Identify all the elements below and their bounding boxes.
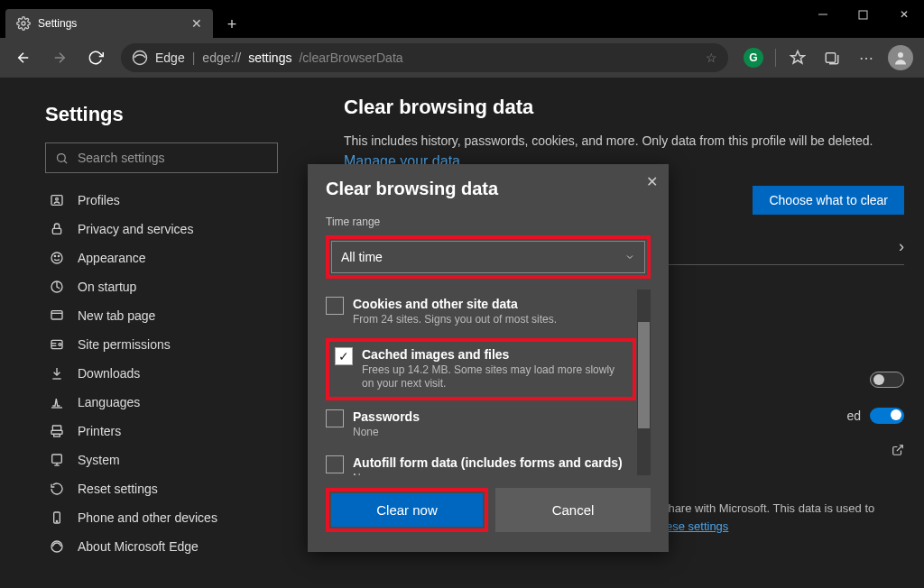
new-tab-button[interactable]: + xyxy=(218,11,245,38)
tab-settings[interactable]: Settings ✕ xyxy=(5,9,213,38)
sidebar-item-privacy-and-services[interactable]: Privacy and services xyxy=(45,215,279,243)
dialog-title: Clear browsing data xyxy=(326,179,651,199)
clear-item-sub: Frees up 14.2 MB. Some sites may load mo… xyxy=(362,363,627,391)
nav-label: New tab page xyxy=(78,308,155,323)
clear-now-highlight: Clear now xyxy=(326,488,488,532)
toolbar-divider xyxy=(775,49,776,67)
scrollbar[interactable] xyxy=(637,289,651,475)
minimize-button[interactable] xyxy=(802,0,843,29)
nav-label: On startup xyxy=(78,280,136,294)
settings-sidebar: Settings Search settings ProfilesPrivacy… xyxy=(0,78,311,588)
svg-point-5 xyxy=(898,52,903,58)
clear-item-3[interactable]: Autofill form data (includes forms and c… xyxy=(326,448,636,475)
refresh-button[interactable] xyxy=(79,41,112,74)
sidebar-item-system[interactable]: System xyxy=(45,446,279,474)
favorite-icon[interactable]: ☆ xyxy=(706,51,717,65)
address-bar[interactable]: Edge | edge://settings/clearBrowserData … xyxy=(121,43,728,72)
nav-icon xyxy=(49,481,65,497)
svg-point-16 xyxy=(59,344,61,346)
search-icon xyxy=(55,152,69,165)
scrollbar-thumb[interactable] xyxy=(638,322,650,428)
page-description: This includes history, passwords, cookie… xyxy=(344,133,904,148)
nav-icon xyxy=(49,538,65,555)
nav-icon xyxy=(49,279,65,295)
settings-heading: Settings xyxy=(45,103,279,126)
sidebar-item-printers[interactable]: Printers xyxy=(45,417,279,446)
gear-icon xyxy=(16,16,31,31)
clear-item-1[interactable]: ✓Cached images and filesFrees up 14.2 MB… xyxy=(326,338,636,400)
sidebar-item-on-startup[interactable]: On startup xyxy=(45,272,279,301)
sidebar-item-profiles[interactable]: Profiles xyxy=(45,186,279,215)
clear-item-sub: None xyxy=(353,426,420,440)
clear-item-2[interactable]: PasswordsNone xyxy=(326,402,636,449)
choose-what-to-clear-button[interactable]: Choose what to clear xyxy=(753,186,904,215)
time-range-select[interactable]: All time xyxy=(331,241,645,273)
svg-rect-4 xyxy=(826,53,836,63)
profile-avatar[interactable] xyxy=(884,41,917,74)
forward-button[interactable] xyxy=(43,41,76,74)
external-link-icon[interactable] xyxy=(892,444,904,456)
clear-browsing-data-dialog: ✕ Clear browsing data Time range All tim… xyxy=(308,164,669,552)
nav-label: Reset settings xyxy=(78,482,158,496)
address-label: Edge xyxy=(155,51,185,65)
clear-item-title: Passwords xyxy=(353,409,420,424)
svg-rect-2 xyxy=(859,11,867,19)
favorites-button[interactable] xyxy=(781,41,814,74)
nav-icon xyxy=(49,221,65,237)
chevron-right-icon: › xyxy=(899,237,904,256)
close-tab-button[interactable]: ✕ xyxy=(191,16,202,31)
clear-item-title: Autofill form data (includes forms and c… xyxy=(353,455,623,470)
sidebar-item-about-microsoft-edge[interactable]: About Microsoft Edge xyxy=(45,532,279,561)
nav-icon xyxy=(49,336,65,353)
svg-point-11 xyxy=(54,255,55,256)
titlebar xyxy=(0,0,924,7)
sidebar-item-appearance[interactable]: Appearance xyxy=(45,243,279,272)
close-dialog-button[interactable]: ✕ xyxy=(646,173,658,190)
sidebar-item-reset-settings[interactable]: Reset settings xyxy=(45,474,279,503)
clear-item-title: Cookies and other site data xyxy=(353,297,557,311)
menu-button[interactable]: ⋯ xyxy=(850,41,882,74)
svg-rect-19 xyxy=(54,434,60,436)
window-controls: ✕ xyxy=(802,0,924,29)
cancel-button[interactable]: Cancel xyxy=(495,488,651,532)
nav-icon xyxy=(49,308,65,324)
nav-label: Privacy and services xyxy=(78,222,193,236)
checkbox[interactable] xyxy=(326,297,344,315)
nav-label: Phone and other devices xyxy=(78,510,217,525)
sidebar-item-languages[interactable]: Languages xyxy=(45,388,279,417)
address-sep: | xyxy=(192,51,196,65)
url-path1: settings xyxy=(248,51,291,65)
nav-icon xyxy=(49,250,65,266)
checkbox[interactable]: ✓ xyxy=(335,347,353,365)
checkbox[interactable] xyxy=(326,455,344,473)
svg-point-8 xyxy=(56,198,59,200)
sidebar-item-site-permissions[interactable]: Site permissions xyxy=(45,330,279,359)
svg-point-10 xyxy=(51,253,62,263)
sidebar-item-new-tab-page[interactable]: New tab page xyxy=(45,301,279,330)
sidebar-item-phone-and-other-devices[interactable]: Phone and other devices xyxy=(45,503,279,532)
maximize-button[interactable] xyxy=(843,0,883,29)
sidebar-item-downloads[interactable]: Downloads xyxy=(45,359,279,388)
collections-button[interactable] xyxy=(816,41,848,74)
chevron-down-icon xyxy=(624,252,635,262)
search-settings-input[interactable]: Search settings xyxy=(45,142,278,173)
clear-now-button[interactable]: Clear now xyxy=(331,493,483,527)
url-path2: /clearBrowserData xyxy=(299,51,402,65)
url-scheme: edge:// xyxy=(202,51,241,65)
svg-point-12 xyxy=(58,255,59,256)
clear-item-title: Cached images and files xyxy=(362,347,627,362)
close-window-button[interactable]: ✕ xyxy=(883,0,924,29)
nav-label: System xyxy=(78,453,120,467)
toggle-on[interactable] xyxy=(870,408,904,424)
clear-item-0[interactable]: Cookies and other site dataFrom 24 sites… xyxy=(326,289,636,336)
toggle-off[interactable] xyxy=(870,372,904,388)
back-button[interactable] xyxy=(7,41,40,74)
checkbox[interactable] xyxy=(326,409,344,427)
svg-rect-14 xyxy=(51,311,62,319)
svg-rect-20 xyxy=(52,455,62,463)
nav-icon xyxy=(49,452,65,468)
svg-rect-17 xyxy=(52,426,60,430)
nav-label: Site permissions xyxy=(78,337,171,352)
nav-icon xyxy=(49,192,65,208)
extension-grammarly-icon[interactable]: G xyxy=(737,41,770,74)
